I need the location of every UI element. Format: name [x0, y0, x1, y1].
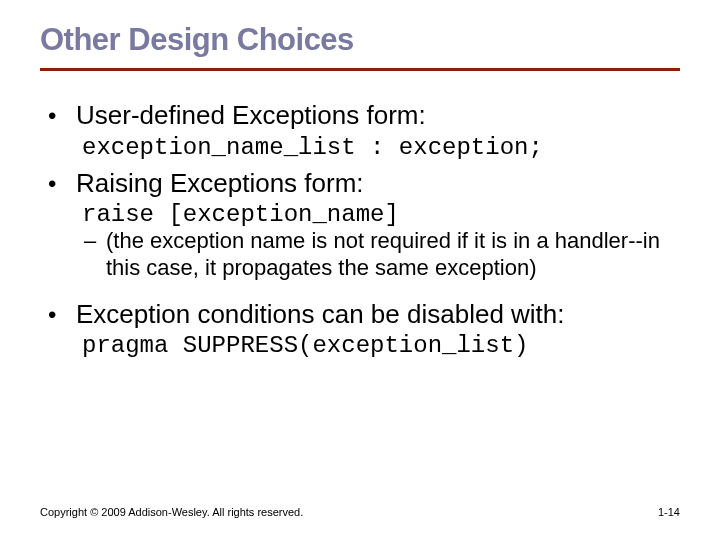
copyright-text: Copyright © 2009 Addison-Wesley. All rig… — [40, 506, 303, 518]
slide-body: • User-defined Exceptions form: exceptio… — [40, 99, 680, 359]
bullet-dot-icon: • — [48, 172, 76, 196]
code-line: exception_name_list : exception; — [82, 134, 680, 161]
page-number: 1-14 — [658, 506, 680, 518]
code-line: pragma SUPPRESS(exception_list) — [82, 332, 680, 359]
bullet-text: Exception conditions can be disabled wit… — [76, 298, 565, 331]
bullet-text: User-defined Exceptions form: — [76, 99, 426, 132]
sub-bullet-item: – (the exception name is not required if… — [84, 228, 680, 282]
code-line: raise [exception_name] — [82, 201, 680, 228]
bullet-item: • User-defined Exceptions form: — [48, 99, 680, 132]
title-rule — [40, 68, 680, 71]
sub-bullet-text: (the exception name is not required if i… — [106, 228, 666, 282]
slide: Other Design Choices • User-defined Exce… — [0, 0, 720, 540]
bullet-item: • Raising Exceptions form: — [48, 167, 680, 200]
bullet-dot-icon: • — [48, 104, 76, 128]
bullet-item: • Exception conditions can be disabled w… — [48, 298, 680, 331]
bullet-dot-icon: • — [48, 303, 76, 327]
slide-title: Other Design Choices — [40, 22, 680, 58]
bullet-text: Raising Exceptions form: — [76, 167, 364, 200]
sub-bullet-dash-icon: – — [84, 228, 106, 254]
